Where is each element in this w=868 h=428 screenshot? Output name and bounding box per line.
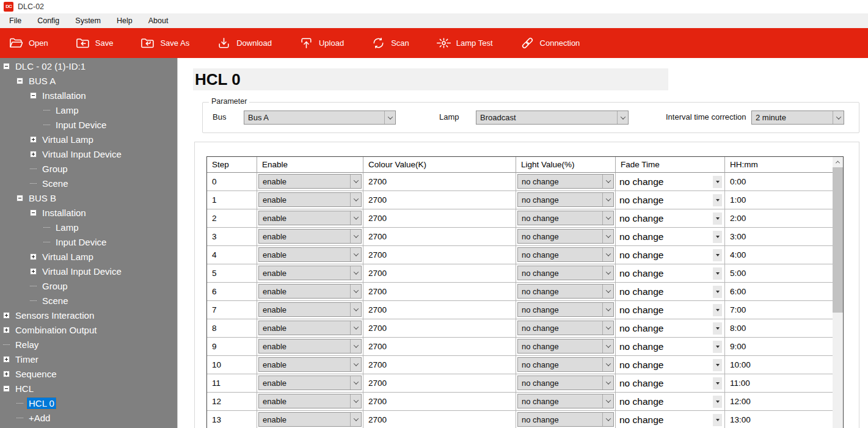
enable-combo[interactable]: enable [258,174,362,189]
dropdown-button[interactable] [713,304,722,316]
enable-combo[interactable]: enable [258,229,362,244]
expand-icon[interactable] [30,136,37,143]
time-cell[interactable]: 12:00 [725,393,834,411]
tree-item-virtual-input-device[interactable]: Virtual Input Device [0,264,177,278]
light-value-combo[interactable]: no change [517,412,614,427]
light-value-combo[interactable]: no change [517,339,614,354]
fade-time-combo[interactable]: no change [616,173,724,190]
tree-item-virtual-lamp[interactable]: Virtual Lamp [0,249,177,264]
fade-time-combo[interactable]: no change [616,338,724,355]
light-value-combo[interactable]: no change [517,211,614,225]
tree-item-virtual-input-device[interactable]: Virtual Input Device [0,147,177,161]
tree-item-input-device[interactable]: Input Device [0,117,177,132]
enable-combo[interactable]: enable [258,375,362,390]
tree-item-combination-output[interactable]: Combination Output [0,322,177,337]
tree-item-installation[interactable]: Installation [0,205,177,220]
collapse-icon[interactable] [3,63,10,70]
toolbar-button-scan[interactable]: Scan [371,35,409,51]
collapse-icon[interactable] [16,195,23,201]
tree-item-group[interactable]: Group [0,278,177,293]
dropdown-button[interactable] [713,359,722,371]
enable-combo[interactable]: enable [258,357,362,372]
interval-time-correction-select[interactable]: 2 minute [751,111,844,125]
collapse-icon[interactable] [30,209,37,216]
enable-combo[interactable]: enable [258,394,362,408]
dropdown-button[interactable] [713,396,722,408]
dropdown-button[interactable] [713,249,722,261]
toolbar-button-lamp-test[interactable]: Lamp Test [436,35,493,51]
light-value-combo[interactable]: no change [517,284,614,299]
colour-value-cell[interactable]: 2700 [363,319,516,338]
enable-combo[interactable]: enable [258,412,362,427]
enable-combo[interactable]: enable [258,321,362,335]
fade-time-combo[interactable]: no change [616,283,724,300]
dropdown-button[interactable] [713,212,722,225]
colour-value-cell[interactable]: 2700 [363,173,516,191]
tree-item-relay[interactable]: Relay [0,337,177,352]
colour-value-cell[interactable]: 2700 [363,191,516,209]
dropdown-button[interactable] [713,267,722,280]
colour-value-cell[interactable]: 2700 [363,228,516,246]
time-cell[interactable]: 2:00 [725,209,834,228]
dropdown-button[interactable] [713,414,722,426]
tree-item-sequence[interactable]: Sequence [0,366,177,381]
toolbar-button-upload[interactable]: Upload [299,35,344,51]
toolbar-button-save[interactable]: Save [75,35,114,51]
colour-value-cell[interactable]: 2700 [363,283,516,301]
time-cell[interactable]: 11:00 [725,374,834,393]
time-cell[interactable]: 1:00 [725,191,834,209]
enable-combo[interactable]: enable [258,192,362,207]
expand-icon[interactable] [30,151,37,158]
fade-time-combo[interactable]: no change [616,191,724,209]
light-value-combo[interactable]: no change [517,192,614,207]
tree-item-sensors-interaction[interactable]: Sensors Interaction [0,308,177,322]
time-cell[interactable]: 5:00 [725,264,834,283]
collapse-icon[interactable] [16,78,23,84]
toolbar-button-save-as[interactable]: Save As [140,35,189,51]
enable-combo[interactable]: enable [258,247,362,262]
light-value-combo[interactable]: no change [517,229,614,244]
tree-item-bus-a[interactable]: BUS A [0,73,177,88]
toolbar-button-open[interactable]: Open [9,35,48,51]
collapse-icon[interactable] [3,385,10,392]
dropdown-button[interactable] [713,377,722,390]
light-value-combo[interactable]: no change [517,394,614,408]
expand-icon[interactable] [3,327,10,333]
fade-time-combo[interactable]: no change [616,319,724,337]
dropdown-button[interactable] [713,194,722,206]
dropdown-button[interactable] [713,322,722,335]
dropdown-button[interactable] [713,286,722,298]
menu-item-file[interactable]: File [1,13,29,28]
colour-value-cell[interactable]: 2700 [363,264,516,283]
dropdown-button[interactable] [713,341,722,353]
fade-time-combo[interactable]: no change [616,411,724,428]
fade-time-combo[interactable]: no change [616,228,724,245]
menu-item-about[interactable]: About [140,13,177,28]
tree-item-input-device[interactable]: Input Device [0,234,177,249]
menu-item-system[interactable]: System [67,13,109,28]
fade-time-combo[interactable]: no change [616,393,724,410]
expand-icon[interactable] [3,371,10,377]
light-value-combo[interactable]: no change [517,375,614,390]
time-cell[interactable]: 13:00 [725,411,834,428]
toolbar-button-connection[interactable]: Connection [520,35,580,51]
tree-item-installation[interactable]: Installation [0,88,177,103]
time-cell[interactable]: 7:00 [725,301,834,319]
time-cell[interactable]: 9:00 [725,338,834,356]
scrollbar-thumb[interactable] [833,167,843,313]
light-value-combo[interactable]: no change [517,266,614,280]
expand-icon[interactable] [30,268,37,275]
table-scrollbar[interactable] [833,157,843,428]
tree-item-dlc-02-1-id-1[interactable]: DLC - 02 (1)-ID:1 [0,59,177,73]
fade-time-combo[interactable]: no change [616,374,724,392]
tree-item-group[interactable]: Group [0,161,177,176]
colour-value-cell[interactable]: 2700 [363,393,516,411]
tree-item-virtual-lamp[interactable]: Virtual Lamp [0,132,177,147]
colour-value-cell[interactable]: 2700 [363,356,516,374]
fade-time-combo[interactable]: no change [616,264,724,282]
lamp-select[interactable]: Broadcast [476,111,629,125]
light-value-combo[interactable]: no change [517,174,614,189]
colour-value-cell[interactable]: 2700 [363,209,516,228]
light-value-combo[interactable]: no change [517,247,614,262]
fade-time-combo[interactable]: no change [616,246,724,264]
